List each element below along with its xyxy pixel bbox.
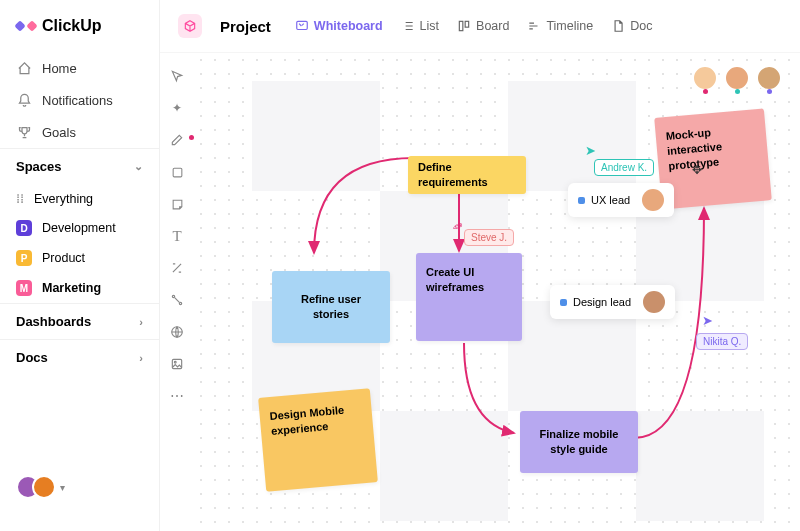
trophy-icon xyxy=(16,124,32,140)
docs-header[interactable]: Docs › xyxy=(0,339,159,375)
connector-tool[interactable] xyxy=(168,259,186,277)
move-icon: ✥ xyxy=(692,163,702,177)
avatar xyxy=(642,189,664,211)
project-cube-icon xyxy=(178,14,202,38)
svg-rect-7 xyxy=(172,359,181,368)
project-title: Project xyxy=(220,18,271,35)
image-tool[interactable] xyxy=(168,355,186,373)
canvas-wrapper: ✦ T ⋯ xyxy=(160,53,800,531)
sticky-finalize-guide[interactable]: Finalize mobile style guide xyxy=(520,411,638,473)
cursor-tag-nikita: Nikita Q. xyxy=(696,333,748,350)
whiteboard-canvas[interactable]: Define requirements Refine user stories … xyxy=(194,53,800,531)
chevron-down-icon: ⌄ xyxy=(134,160,143,173)
avatar xyxy=(32,475,56,499)
timeline-icon xyxy=(527,19,541,33)
status-dot xyxy=(578,197,585,204)
doc-icon xyxy=(611,19,625,33)
nav-home[interactable]: Home xyxy=(0,52,159,84)
chevron-right-icon: › xyxy=(139,316,143,328)
chevron-right-icon: › xyxy=(139,352,143,364)
space-product[interactable]: P Product xyxy=(0,243,159,273)
svg-rect-1 xyxy=(459,21,463,30)
task-chip-ux-lead[interactable]: UX lead xyxy=(568,183,674,217)
cursor-pointer-icon: ➤ xyxy=(585,143,596,158)
home-icon xyxy=(16,60,32,76)
cursor-tag-andrew: Andrew K. xyxy=(594,159,654,176)
sticky-define-requirements[interactable]: Define requirements xyxy=(408,156,526,194)
nav-goals[interactable]: Goals xyxy=(0,116,159,148)
tab-list[interactable]: List xyxy=(401,19,439,33)
brand-logo: ClickUp xyxy=(0,16,159,52)
svg-point-5 xyxy=(179,302,181,304)
whiteboard-icon xyxy=(295,19,309,33)
space-development[interactable]: D Development xyxy=(0,213,159,243)
sticky-mobile-experience[interactable]: Design Mobile experience xyxy=(258,388,378,491)
sticky-tool[interactable] xyxy=(168,195,186,213)
svg-point-8 xyxy=(174,361,176,363)
tab-board[interactable]: Board xyxy=(457,19,509,33)
space-badge: M xyxy=(16,280,32,296)
svg-rect-2 xyxy=(465,21,469,27)
clickup-logo-icon xyxy=(16,16,36,36)
space-marketing[interactable]: M Marketing xyxy=(0,273,159,303)
clickup-tool[interactable]: ✦ xyxy=(168,99,186,117)
svg-rect-0 xyxy=(297,21,308,29)
grid-dots-icon: ⁞⁞ xyxy=(16,191,24,206)
task-chip-design-lead[interactable]: Design lead xyxy=(550,285,675,319)
pen-tool[interactable] xyxy=(168,131,186,149)
tab-whiteboard[interactable]: Whiteboard xyxy=(295,19,383,33)
topbar: Project Whiteboard List Board Timeline D… xyxy=(160,0,800,53)
spaces-header[interactable]: Spaces ⌄ xyxy=(0,148,159,184)
brand-name: ClickUp xyxy=(42,17,102,35)
sidebar: ClickUp Home Notifications Goals Spaces … xyxy=(0,0,160,531)
nav-notifications[interactable]: Notifications xyxy=(0,84,159,116)
whiteboard-toolbar: ✦ T ⋯ xyxy=(160,53,194,531)
cursor-pointer-icon: ➤ xyxy=(702,313,713,328)
sticky-wireframes[interactable]: Create UI wireframes xyxy=(416,253,522,341)
text-tool[interactable]: T xyxy=(168,227,186,245)
bell-icon xyxy=(16,92,32,108)
tab-doc[interactable]: Doc xyxy=(611,19,652,33)
sticky-refine-stories[interactable]: Refine user stories xyxy=(272,271,390,343)
list-icon xyxy=(401,19,415,33)
space-everything[interactable]: ⁞⁞ Everything xyxy=(0,184,159,213)
status-dot xyxy=(560,299,567,306)
space-badge: P xyxy=(16,250,32,266)
cursor-tag-steve: Steve J. xyxy=(464,229,514,246)
dashboards-header[interactable]: Dashboards › xyxy=(0,303,159,339)
web-tool[interactable] xyxy=(168,323,186,341)
avatar xyxy=(643,291,665,313)
main-area: Project Whiteboard List Board Timeline D… xyxy=(160,0,800,531)
chevron-down-icon: ▾ xyxy=(60,482,65,493)
more-tool[interactable]: ⋯ xyxy=(168,387,186,405)
user-avatars[interactable]: ▾ xyxy=(0,459,159,515)
board-icon xyxy=(457,19,471,33)
tab-timeline[interactable]: Timeline xyxy=(527,19,593,33)
pointer-tool[interactable] xyxy=(168,67,186,85)
more-shapes-tool[interactable] xyxy=(168,291,186,309)
svg-point-4 xyxy=(172,295,174,297)
svg-rect-3 xyxy=(173,168,182,177)
space-badge: D xyxy=(16,220,32,236)
shape-tool[interactable] xyxy=(168,163,186,181)
